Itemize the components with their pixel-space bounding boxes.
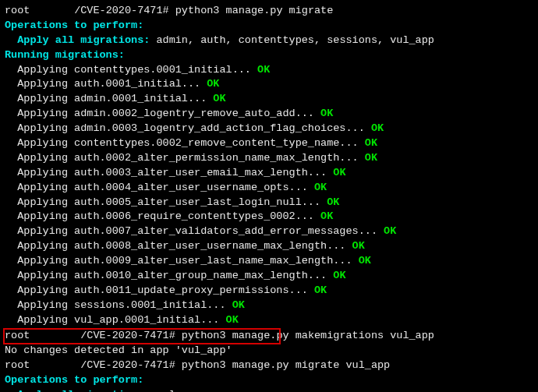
migration-name: Applying auth.0011_update_proxy_permissi… [5,284,314,296]
migration-name: Applying auth.0008_alter_user_username_m… [5,240,352,252]
migration-row: Applying auth.0006_require_contenttypes_… [5,210,533,224]
status-ok: OK [226,314,239,326]
migration-name: Applying auth.0003_alter_user_email_max_… [5,167,333,178]
running-header-1: Running migrations: [5,48,533,63]
migration-row: Applying auth.0003_alter_user_email_max_… [5,166,533,181]
migration-row: Applying auth.0009_alter_user_last_name_… [5,254,533,269]
migration-name: Applying contenttypes.0002_remove_conten… [5,137,365,149]
apply-all-2: Apply all migrations: vul_app [5,388,533,392]
ops-header-1: Operations to perform: [5,19,533,34]
status-ok: OK [384,225,396,237]
migration-name: Applying sessions.0001_initial... [5,299,232,311]
status-ok: OK [207,78,219,90]
apply-label: Apply all migrations: [17,389,156,392]
migration-name: Applying admin.0002_logentry_remove_auto… [5,108,320,119]
prompt-line-3: root████████/CVE-2020-7471# python3 mana… [5,358,533,373]
migration-name: Applying auth.0006_require_contenttypes_… [5,210,320,222]
migration-row: Applying auth.0011_update_proxy_permissi… [5,284,533,298]
migration-row: Applying admin.0003_logentry_add_action_… [5,122,533,136]
migration-row: Applying auth.0004_alter_user_username_o… [5,181,533,196]
migration-name: Applying auth.0001_initial... [5,78,207,90]
migration-row: Applying sessions.0001_initial... OK [5,298,533,313]
status-ok: OK [333,270,345,281]
apply-label: Apply all migrations: [17,34,156,46]
migration-name: Applying admin.0003_logentry_add_action_… [5,122,371,134]
migration-name: Applying auth.0009_alter_user_last_name_… [5,255,359,267]
migration-row: Applying contenttypes.0002_remove_conten… [5,136,533,151]
status-ok: OK [232,299,245,311]
cmd-2: python3 manage.py makemigrations vul_app [182,330,434,341]
status-ok: OK [371,122,384,134]
redacted-host: ███████ [30,3,74,18]
migration-row: Applying admin.0001_initial... OK [5,92,533,107]
prompt-path: /CVE-2020-7471# [80,359,175,371]
migration-row: Applying contenttypes.0001_initial... OK [5,63,533,78]
migration-name: Applying auth.0007_alter_validators_add_… [5,225,384,237]
migration-row: Applying auth.0005_alter_user_last_login… [5,196,533,210]
apply-all-1: Apply all migrations: admin, auth, conte… [5,34,533,48]
status-ok: OK [314,284,327,296]
migration-list: Applying contenttypes.0001_initial... OK… [5,63,533,328]
prompt-line-1: root███████/CVE-2020-7471# python3 manag… [5,3,533,19]
status-ok: OK [314,182,327,193]
status-ok: OK [365,152,377,164]
migration-row: Applying admin.0002_logentry_remove_auto… [5,107,533,122]
redacted-host: ████████ [30,358,80,373]
migration-name: Applying auth.0004_alter_user_username_o… [5,182,314,193]
ops-header-2: Operations to perform: [5,373,533,388]
status-ok: OK [257,64,270,76]
status-ok: OK [327,196,339,208]
migration-name: Applying vul_app.0001_initial... [5,314,226,326]
status-ok: OK [333,167,345,178]
prompt-user: root [5,5,30,16]
cmd-3: python3 manage.py migrate vul_app [182,359,390,371]
migration-row: Applying auth.0002_alter_permission_name… [5,151,533,166]
cmd-1: python3 manage.py migrate [175,5,334,16]
migration-name: Applying auth.0010_alter_group_name_max_… [5,270,333,281]
status-ok: OK [359,255,371,267]
prompt-path: /CVE-2020-7471# [74,5,169,16]
no-changes-msg: No changes detected in app 'vul_app' [5,344,533,358]
migration-name: Applying contenttypes.0001_initial... [5,64,257,76]
status-ok: OK [320,210,333,222]
status-ok: OK [365,137,377,149]
status-ok: OK [352,240,365,252]
migration-row: Applying auth.0001_initial... OK [5,77,533,92]
migration-row: Applying auth.0008_alter_user_username_m… [5,239,533,254]
migration-name: Applying auth.0005_alter_user_last_login… [5,196,327,208]
prompt-line-2: root████████/CVE-2020-7471# python3 mana… [5,328,533,344]
prompt-user: root [5,330,30,341]
migration-row: Applying auth.0010_alter_group_name_max_… [5,269,533,284]
status-ok: OK [213,93,225,104]
migration-name: Applying auth.0002_alter_permission_name… [5,152,365,164]
migration-name: Applying admin.0001_initial... [5,93,213,104]
apply-list: vul_app [156,389,200,392]
prompt-user: root [5,359,30,371]
status-ok: OK [320,108,333,119]
migration-row: Applying auth.0007_alter_validators_add_… [5,224,533,239]
redacted-host: ████████ [30,328,80,343]
migration-row: Applying vul_app.0001_initial... OK [5,313,533,328]
apply-list: admin, auth, contenttypes, sessions, vul… [156,34,434,46]
prompt-path: /CVE-2020-7471# [80,330,175,341]
